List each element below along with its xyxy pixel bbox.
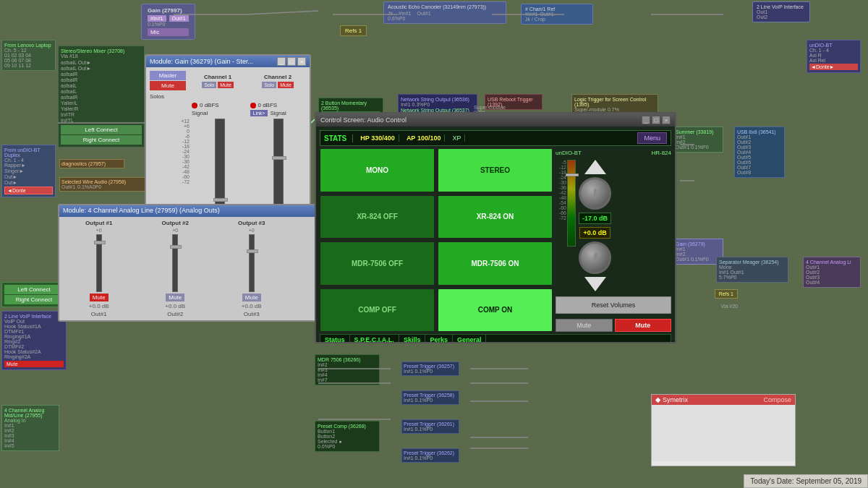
mdr-off-btn[interactable]: MDR-7506 OFF	[320, 241, 435, 286]
diagnostics-module: diagnostics (27957)	[59, 159, 124, 168]
4ch-analog-midline: 4 Channel Analog Mid/Line (27955) Analog…	[1, 405, 59, 451]
4ch-analog-right: 4 Channel Analog Li Out#1Out#2Out#3Out#4	[803, 257, 861, 288]
solo2-btn[interactable]: Solo	[262, 82, 276, 88]
gain-minimize-btn[interactable]: _	[277, 57, 286, 66]
symetrix-panel: ◆ Symetrix Compose	[651, 394, 796, 466]
solo1-btn[interactable]: Solo	[202, 82, 216, 88]
jk-crop: Jk / Crop	[525, 17, 589, 22]
control-screen-title: Control Screen: Audio Control	[320, 116, 407, 124]
mute-voip[interactable]: Mute	[4, 361, 64, 367]
ap-item: AP 100/100	[403, 134, 446, 142]
undiobt-label: unDIO-BT	[556, 150, 582, 156]
mdr7506-module: MDR 7506 (36266) In#2In#3In#4In#7	[315, 354, 380, 385]
donte-right-btn[interactable]: ◄Donte►	[809, 64, 858, 70]
sb-status: Status	[320, 335, 350, 343]
mute-master-btn[interactable]: Mute	[150, 81, 186, 90]
analog-db-3: +0.0 dB	[242, 303, 262, 309]
xr824-on-btn[interactable]: XR-824 ON	[438, 195, 553, 239]
preset-trigger-3: Preset Trigger (36261) In#1 0.1%P0	[401, 419, 459, 434]
right-connect-label2: Right Connect	[4, 295, 64, 304]
undiobt-right: unDIO-BT Ch. 1 - 4 Axi RAxi Rel ◄Donte►	[807, 40, 861, 73]
mdr7506-title: MDR 7506 (36266)	[318, 357, 377, 362]
analog-out2: Out#2	[167, 311, 183, 317]
control-screen-titlebar: Control Screen: Audio Control _ □ ×	[316, 114, 675, 127]
voip-out2: Out2	[757, 14, 806, 20]
master-btn[interactable]: Master	[150, 71, 186, 80]
hp-item: HP 330/400	[357, 134, 399, 142]
out2-header: Output #2	[162, 220, 189, 226]
sb-perks: Perks	[425, 335, 453, 343]
in-label-ref: #In#1	[525, 12, 538, 17]
mono-btn[interactable]: MONO	[320, 148, 435, 192]
mic-label: Mic	[148, 28, 189, 36]
menu-button[interactable]: Menu	[637, 132, 667, 144]
refs1-btn[interactable]: Refs 1	[715, 289, 738, 299]
ch-1-4: Ch. 1 - 4	[4, 158, 53, 163]
right-fader[interactable]	[567, 160, 576, 247]
analog-fader-3[interactable]	[249, 234, 255, 292]
volume-knob-top[interactable]	[579, 177, 611, 210]
analog-mute-2[interactable]: Mute	[166, 294, 184, 301]
xr824-off-btn[interactable]: XR-824 OFF	[320, 195, 435, 239]
comp-off-btn[interactable]: COMP OFF	[320, 288, 435, 333]
solos-label: Solos	[150, 93, 186, 100]
undio-module: From unDIO-BT Duplex Ch. 1 - 4 Rapper► S…	[1, 145, 56, 197]
volume-knob-bottom[interactable]	[579, 241, 611, 274]
summer-module: Summer (33819) In#1In#2Out#1 0.1%P0	[673, 127, 723, 153]
analog-db-2: +0.0 dB	[165, 303, 185, 309]
voip-module: 2 Line VoIP Interface Out1 Out2	[752, 1, 810, 22]
2btn-title: 2 Button Momentary (36535)	[321, 100, 380, 111]
compose-label: Compose	[763, 396, 791, 403]
diag-title: diagnostics (27957)	[61, 161, 122, 166]
analog-mute-3[interactable]: Mute	[242, 294, 261, 301]
db-label-2: 0 dBFS	[258, 102, 278, 108]
reset-volumes-btn[interactable]: Reset Volumes	[556, 296, 671, 314]
gain-window-title: Module: Gain (36279) (Gain - Ster...	[150, 58, 253, 65]
main-button-grid: MONO STEREO XR-824 OFF XR-824 ON MDR-750…	[320, 148, 553, 332]
in-label-ae: #In#1	[399, 11, 412, 16]
refs1-top[interactable]: Refs 1	[340, 25, 367, 36]
cs-minimize[interactable]: _	[642, 116, 650, 124]
signal-indicator-2	[250, 103, 256, 108]
selected-wire-module: Selected Wire Audio (27958) Out#1 0.1%A0…	[59, 177, 146, 192]
gain-maximize-btn[interactable]: □	[287, 57, 296, 66]
volume-down-arrow[interactable]	[584, 277, 606, 291]
cs-close[interactable]: ×	[662, 116, 671, 124]
fader-2[interactable]	[273, 119, 284, 213]
sb-general: General	[453, 335, 487, 343]
preset-comp-module: Preset Comp (36268) Button1Button2Select…	[315, 421, 380, 452]
analog-mute-1[interactable]: Mute	[90, 294, 109, 301]
right-panel: unDIO-BT HR-824 -5-12-18-24-30-36-42-48-…	[556, 148, 671, 332]
left-connect-btn[interactable]: Left Connect	[61, 125, 142, 134]
preset-comp-title: Preset Comp (36268)	[318, 424, 377, 429]
mute-right-btn[interactable]: Mute	[615, 319, 672, 332]
donte-btn1[interactable]: ◄Donte	[4, 187, 53, 194]
link-btn[interactable]: Link>	[250, 110, 268, 116]
mdr-on-btn[interactable]: MDR-7506 ON	[438, 241, 553, 286]
acoustic-echo-module: Acoustic Echo Canceler (32149nm (27973))…	[383, 1, 506, 24]
acoustic-echo-title: Acoustic Echo Canceler (32149nm (27973))	[388, 4, 502, 9]
fader-1[interactable]	[215, 119, 225, 213]
date-label: Today's Date: September 05, 2019	[750, 477, 861, 485]
gain-close-btn[interactable]: ×	[297, 57, 306, 66]
control-screen-body: STATS HP 330/400 AP 100/100 XP Menu MONO…	[316, 127, 675, 341]
right-connect-btn[interactable]: Right Connect	[61, 135, 142, 145]
mute1-btn[interactable]: Mute	[218, 82, 234, 88]
comp-on-btn[interactable]: COMP ON	[438, 288, 553, 333]
volume-up-arrow[interactable]	[584, 160, 606, 174]
cs-maximize[interactable]: □	[652, 116, 660, 124]
4ch-midline-title: 4 Channel Analog Mid/Line (27955)	[4, 408, 56, 418]
preset-trigger-1: Preset Trigger (36257) In#1 0.1%P0	[401, 361, 459, 376]
analog-fader-2[interactable]	[172, 234, 178, 292]
usb-8x8-right: USB 8x8 (36541) Out#1Out#2Out#3Out#4Out#…	[734, 127, 785, 178]
analog-fader-1[interactable]	[96, 234, 102, 292]
analog-in-label: Analog In	[4, 418, 56, 423]
voip-out1: Out1	[757, 9, 806, 14]
out3-header: Output #3	[238, 220, 265, 226]
mute-left-btn[interactable]: Mute	[556, 319, 613, 332]
sw-pct: 0.1%A0P0	[77, 184, 101, 189]
stereo-btn[interactable]: STEREO	[438, 148, 553, 192]
mute2-btn[interactable]: Mute	[278, 82, 294, 88]
separator-title: Separator Meager (36254)	[719, 260, 786, 265]
gain-title: Gain (27997)	[148, 7, 189, 14]
